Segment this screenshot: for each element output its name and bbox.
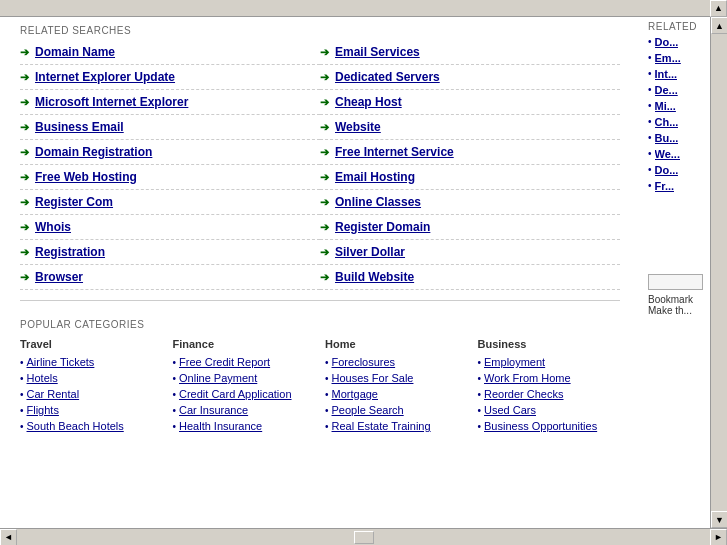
category-link[interactable]: Used Cars [484, 404, 536, 416]
sidebar-link[interactable]: Bu... [655, 132, 679, 144]
scroll-right-button[interactable]: ► [710, 529, 727, 546]
sidebar-link[interactable]: Mi... [655, 100, 676, 112]
category-title-business: Business [478, 338, 621, 350]
bookmark-label: Bookmark [648, 294, 702, 305]
category-link[interactable]: South Beach Hotels [27, 420, 124, 432]
search-link[interactable]: Online Classes [335, 195, 421, 209]
sidebar-header: RELATED [648, 21, 702, 32]
sidebar-link[interactable]: We... [655, 148, 680, 160]
section-divider [20, 300, 620, 301]
category-link[interactable]: Free Credit Report [179, 356, 270, 368]
category-link[interactable]: Mortgage [332, 388, 378, 400]
search-link[interactable]: Whois [35, 220, 71, 234]
related-searches-header: RELATED SEARCHES [0, 17, 640, 40]
category-link[interactable]: Reorder Checks [484, 388, 563, 400]
list-item: Health Insurance [173, 418, 316, 434]
sidebar-link[interactable]: Em... [655, 52, 681, 64]
category-link[interactable]: Foreclosures [332, 356, 396, 368]
search-link[interactable]: Domain Name [35, 45, 115, 59]
search-link[interactable]: Register Com [35, 195, 113, 209]
search-items-left: ➔ Domain Name ➔ Internet Explorer Update… [20, 40, 320, 290]
search-link[interactable]: Domain Registration [35, 145, 152, 159]
arrow-icon: ➔ [320, 171, 329, 184]
category-link[interactable]: Employment [484, 356, 545, 368]
bullet-icon: • [648, 148, 652, 159]
arrow-icon: ➔ [320, 271, 329, 284]
list-item: People Search [325, 402, 468, 418]
scroll-left-button[interactable]: ◄ [0, 529, 17, 546]
travel-links: Airline Tickets Hotels Car Rental Flight… [20, 354, 163, 434]
list-item: Flights [20, 402, 163, 418]
list-item: Reorder Checks [478, 386, 621, 402]
arrow-icon: ➔ [20, 121, 29, 134]
category-link[interactable]: Real Estate Training [332, 420, 431, 432]
bookmark-box [648, 274, 703, 290]
category-link[interactable]: Car Rental [27, 388, 80, 400]
scroll-down-button[interactable]: ▼ [711, 511, 727, 528]
category-link[interactable]: Online Payment [179, 372, 257, 384]
category-link[interactable]: People Search [332, 404, 404, 416]
scroll-grip[interactable] [354, 531, 374, 544]
search-link[interactable]: Free Web Hosting [35, 170, 137, 184]
list-item: Car Rental [20, 386, 163, 402]
right-sidebar: RELATED • Do... • Em... • Int... • De...… [640, 17, 710, 528]
search-link[interactable]: Registration [35, 245, 105, 259]
body-row: RELATED SEARCHES ➔ Domain Name ➔ Interne… [0, 17, 727, 528]
search-link[interactable]: Website [335, 120, 381, 134]
list-item: ➔ Email Hosting [320, 165, 620, 190]
sidebar-link[interactable]: De... [655, 84, 678, 96]
list-item: Airline Tickets [20, 354, 163, 370]
sidebar-link[interactable]: Do... [655, 164, 679, 176]
list-item: Online Payment [173, 370, 316, 386]
category-link[interactable]: Car Insurance [179, 404, 248, 416]
search-link[interactable]: Register Domain [335, 220, 430, 234]
list-item: ➔ Registration [20, 240, 320, 265]
sidebar-link[interactable]: Do... [655, 36, 679, 48]
search-link[interactable]: Dedicated Servers [335, 70, 440, 84]
search-link[interactable]: Free Internet Service [335, 145, 454, 159]
search-link[interactable]: Cheap Host [335, 95, 402, 109]
category-link[interactable]: Flights [27, 404, 59, 416]
search-link[interactable]: Internet Explorer Update [35, 70, 175, 84]
sidebar-link[interactable]: Int... [655, 68, 678, 80]
popular-categories-header: POPULAR CATEGORIES [20, 319, 620, 334]
search-items-right: ➔ Email Services ➔ Dedicated Servers ➔ C… [320, 40, 620, 290]
list-item: ➔ Dedicated Servers [320, 65, 620, 90]
arrow-icon: ➔ [20, 196, 29, 209]
list-item: ➔ Free Web Hosting [20, 165, 320, 190]
business-links: Employment Work From Home Reorder Checks… [478, 354, 621, 434]
scroll-up-button[interactable]: ▲ [711, 17, 727, 34]
category-link[interactable]: Hotels [27, 372, 58, 384]
search-link[interactable]: Microsoft Internet Explorer [35, 95, 188, 109]
list-item: • Em... [648, 52, 702, 66]
search-link[interactable]: Business Email [35, 120, 124, 134]
list-item: ➔ Silver Dollar [320, 240, 620, 265]
category-link[interactable]: Work From Home [484, 372, 571, 384]
search-link[interactable]: Email Hosting [335, 170, 415, 184]
sidebar-link[interactable]: Fr... [655, 180, 675, 192]
list-item: ➔ Online Classes [320, 190, 620, 215]
category-link[interactable]: Health Insurance [179, 420, 262, 432]
category-link[interactable]: Business Opportunities [484, 420, 597, 432]
bullet-icon: • [648, 132, 652, 143]
category-link[interactable]: Credit Card Application [179, 388, 292, 400]
category-link[interactable]: Houses For Sale [332, 372, 414, 384]
arrow-icon: ➔ [320, 221, 329, 234]
search-link[interactable]: Build Website [335, 270, 414, 284]
category-link[interactable]: Airline Tickets [27, 356, 95, 368]
search-link[interactable]: Silver Dollar [335, 245, 405, 259]
arrow-icon: ➔ [320, 146, 329, 159]
list-item: ➔ Free Internet Service [320, 140, 620, 165]
arrow-icon: ➔ [20, 96, 29, 109]
search-link[interactable]: Browser [35, 270, 83, 284]
scroll-up-button[interactable]: ▲ [710, 0, 727, 17]
bottom-scrollbar: ◄ ► [0, 528, 727, 545]
sidebar-link[interactable]: Ch... [655, 116, 679, 128]
list-item: Houses For Sale [325, 370, 468, 386]
category-title-home: Home [325, 338, 468, 350]
bullet-icon: • [648, 180, 652, 191]
list-item: ➔ Domain Name [20, 40, 320, 65]
list-item: ➔ Register Com [20, 190, 320, 215]
list-item: • Mi... [648, 100, 702, 114]
search-link[interactable]: Email Services [335, 45, 420, 59]
